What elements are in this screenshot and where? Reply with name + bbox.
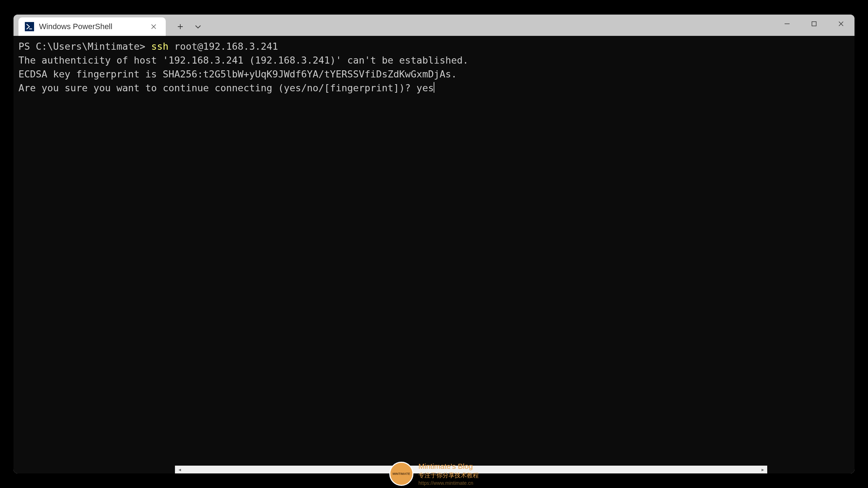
close-tab-button[interactable]	[148, 21, 159, 32]
close-window-button[interactable]	[828, 15, 855, 33]
watermark: MINTIMATE Mintimate's Blog 专注于你分享技术教程 ht…	[389, 462, 479, 486]
new-tab-button[interactable]	[171, 18, 189, 36]
window-controls	[774, 15, 855, 33]
terminal-line: Are you sure you want to continue connec…	[18, 81, 850, 95]
terminal-window: Windows PowerShell	[13, 15, 855, 473]
cursor	[434, 82, 434, 93]
terminal-command-line: PS C:\Users\Mintimate> ssh root@192.168.…	[18, 39, 850, 53]
scroll-left-arrow[interactable]: ◂	[175, 466, 184, 473]
watermark-text-group: Mintimate's Blog 专注于你分享技术教程 https://www.…	[418, 462, 479, 486]
prompt: PS C:\Users\Mintimate>	[18, 41, 151, 52]
scroll-right-arrow[interactable]: ▸	[758, 466, 767, 473]
svg-rect-0	[812, 22, 816, 26]
minimize-button[interactable]	[774, 15, 801, 33]
powershell-icon	[25, 22, 34, 31]
maximize-button[interactable]	[801, 15, 828, 33]
terminal-output[interactable]: PS C:\Users\Mintimate> ssh root@192.168.…	[13, 36, 855, 473]
tab-powershell[interactable]: Windows PowerShell	[18, 17, 166, 36]
tab-dropdown-button[interactable]	[189, 18, 207, 36]
command-keyword: ssh	[151, 41, 169, 52]
titlebar: Windows PowerShell	[13, 15, 855, 36]
watermark-subtitle: 专注于你分享技术教程	[418, 471, 479, 479]
terminal-line: The authenticity of host '192.168.3.241 …	[18, 53, 850, 67]
command-args: root@192.168.3.241	[169, 41, 278, 52]
terminal-line: ECDSA key fingerprint is SHA256:t2G5lbW+…	[18, 67, 850, 81]
watermark-url: https://www.mintimate.cn	[418, 480, 479, 486]
watermark-title: Mintimate's Blog	[418, 462, 479, 471]
tab-title: Windows PowerShell	[39, 22, 148, 31]
tab-actions	[171, 17, 207, 36]
watermark-avatar: MINTIMATE	[389, 462, 413, 486]
